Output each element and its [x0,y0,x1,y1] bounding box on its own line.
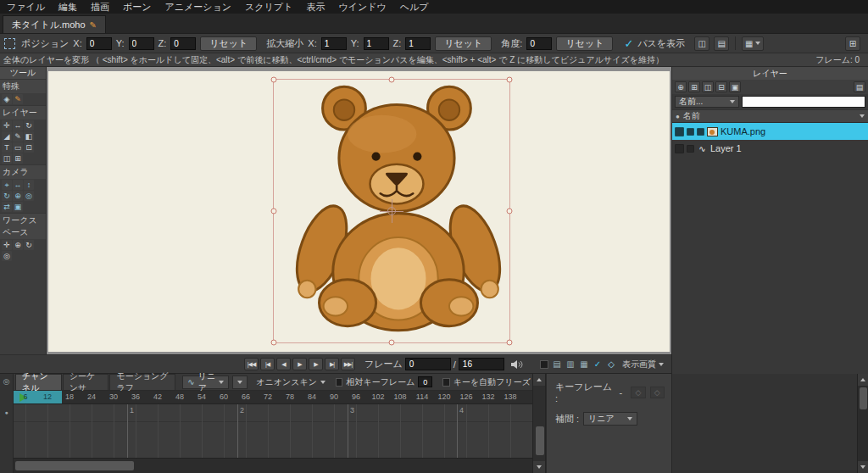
timeline-track-area[interactable]: 1234 [14,404,532,458]
selection-box[interactable] [273,79,510,343]
tool-presets-button[interactable]: ▦ [742,36,763,51]
play-button[interactable]: ▶ [292,358,307,370]
selection-handle-e[interactable] [507,209,513,214]
name-column-header[interactable]: 名前 [683,110,700,122]
move-layer-tool-icon[interactable]: ↔ [13,120,23,131]
mask-tool-icon[interactable]: ◫ [2,153,12,164]
magnet-tool-icon[interactable]: ◈ [2,94,12,104]
scale-z-input[interactable] [405,37,431,50]
track-camera-tool-icon[interactable]: ⌖ [2,180,12,190]
layer-toggle[interactable] [687,145,694,153]
selection-handle-sw[interactable] [271,340,277,346]
frame-camera-tool-icon[interactable]: ▣ [13,202,23,212]
orbit-workspace-tool-icon[interactable]: ◎ [2,251,12,261]
interp-options-button[interactable] [232,376,248,389]
timeline-vscrollbar[interactable] [532,374,546,473]
position-reset-button[interactable]: リセット [200,36,257,51]
autofreeze-checkbox[interactable] [442,378,449,387]
tilt-camera-tool-icon[interactable]: ↕ [24,180,34,190]
show-path-check-icon[interactable]: ✓ [624,37,633,50]
menu-item-ボーン[interactable]: ボーン [116,0,159,14]
copy-pose-button[interactable]: ◫ [694,36,709,51]
dolly-camera-tool-icon[interactable]: ⇄ [2,202,12,212]
interp-mode-dropdown[interactable]: リニア [583,412,637,426]
zoom-workspace-tool-icon[interactable]: ⊕ [13,240,23,250]
menu-item-ファイル[interactable]: ファイル [0,0,52,14]
new-layer-button[interactable]: ⊕ [675,81,687,92]
rect-select-tool-icon[interactable]: ⊡ [24,142,34,153]
pan-workspace-tool-icon[interactable]: ✛ [2,240,12,250]
draw-tool-icon[interactable]: ✎ [13,131,23,142]
scroll-down-button[interactable] [858,461,868,473]
freehand-tool-icon[interactable]: ✎ [13,94,23,104]
layer-menu-button[interactable]: ▤ [854,81,865,92]
pos-x-input[interactable] [86,37,112,50]
angle-input[interactable] [526,37,552,50]
reference-layer-button[interactable]: ▣ [729,81,741,92]
shear-layer-tool-icon[interactable]: ◢ [2,131,12,142]
relative-keyframe-checkbox[interactable] [336,378,342,387]
next-frame-button[interactable]: ▶ [309,358,323,370]
selection-handle-ne[interactable] [507,77,513,83]
selection-handle-se[interactable] [507,340,513,346]
pos-z-input[interactable] [170,37,196,50]
rotate-workspace-tool-icon[interactable]: ↻ [24,240,34,250]
delete-layer-button[interactable]: ⊟ [715,81,727,92]
layer-row[interactable]: KUMA.png [672,123,868,140]
speaker-icon[interactable] [510,359,523,370]
timeline-tab-モーショングラフ[interactable]: モーショングラフ [109,374,175,390]
layer-toggle[interactable] [687,128,694,136]
interpolation-dropdown[interactable]: ∿ リニア [182,376,229,389]
next-key-diamond-button[interactable]: ◇ [650,387,665,398]
sort-chevron-icon[interactable] [860,114,865,118]
stereo-checkbox[interactable] [540,360,548,369]
selection-handle-w[interactable] [271,209,277,214]
document-tab[interactable]: 未タイトル.moho ✎ [3,15,106,33]
timeline-hscrollbar[interactable] [14,458,532,473]
orbit-camera-tool-icon[interactable]: ◎ [24,191,34,201]
hscroll-thumb[interactable] [15,461,134,470]
menu-item-ウインドウ[interactable]: ウインドウ [331,0,392,14]
transform-layer-tool-icon[interactable]: ✛ [2,120,12,131]
canvas[interactable] [47,67,671,354]
menu-item-表示[interactable]: 表示 [299,0,331,14]
relative-keyframe-input[interactable] [418,376,432,387]
visibility-toggle[interactable] [675,144,684,153]
jump-start-button[interactable]: |◀◀ [244,358,259,370]
target-icon[interactable]: ◎ [3,377,10,386]
prev-keyframe-button[interactable]: |◀ [260,358,275,370]
right-vscrollbar[interactable] [857,374,868,473]
vscroll-thumb[interactable] [536,426,544,455]
layer-toggle[interactable] [697,128,704,136]
pos-y-input[interactable] [129,37,154,50]
end-frame-input[interactable] [459,358,504,370]
antialias-check-icon[interactable]: ✓ [593,359,603,369]
selection-handle-n[interactable] [389,77,395,83]
timeline-ruler[interactable]: 6121824303642485460667278849096102108114… [14,391,532,404]
new-group-button[interactable]: ⊞ [688,81,700,92]
layer-row[interactable]: ∿Layer 1 [672,140,868,157]
prev-frame-button[interactable]: ◀ [276,358,291,370]
menu-item-ヘルプ[interactable]: ヘルプ [393,0,436,14]
layer-filter-input[interactable] [742,96,865,108]
workspace-layout-button[interactable]: ⊞ [845,36,860,51]
menu-item-編集[interactable]: 編集 [52,0,84,14]
grid-tool-icon[interactable]: ⊞ [13,153,23,164]
rotate-layer-tool-icon[interactable]: ↻ [24,120,34,131]
right-vscroll-thumb[interactable] [860,387,867,409]
quality-wireframe-icon[interactable]: ▤ [552,359,562,369]
visibility-toggle[interactable] [675,127,684,136]
fill-tool-icon[interactable]: ◧ [24,131,34,142]
pan-camera-tool-icon[interactable]: ↔ [13,180,23,190]
selection-handle-nw[interactable] [271,77,277,83]
zoom-camera-tool-icon[interactable]: ⊕ [13,191,23,201]
roll-camera-tool-icon[interactable]: ↻ [2,191,12,201]
scale-y-input[interactable] [364,37,389,50]
paste-pose-button[interactable]: ▤ [714,36,729,51]
jump-end-button[interactable]: ▶▶| [341,358,355,370]
scale-reset-button[interactable]: リセット [435,36,492,51]
duplicate-layer-button[interactable]: ◫ [702,81,714,92]
quality-chevron-icon[interactable] [659,363,664,366]
scroll-up-button[interactable] [858,374,868,386]
scroll-up-button[interactable] [533,374,545,386]
